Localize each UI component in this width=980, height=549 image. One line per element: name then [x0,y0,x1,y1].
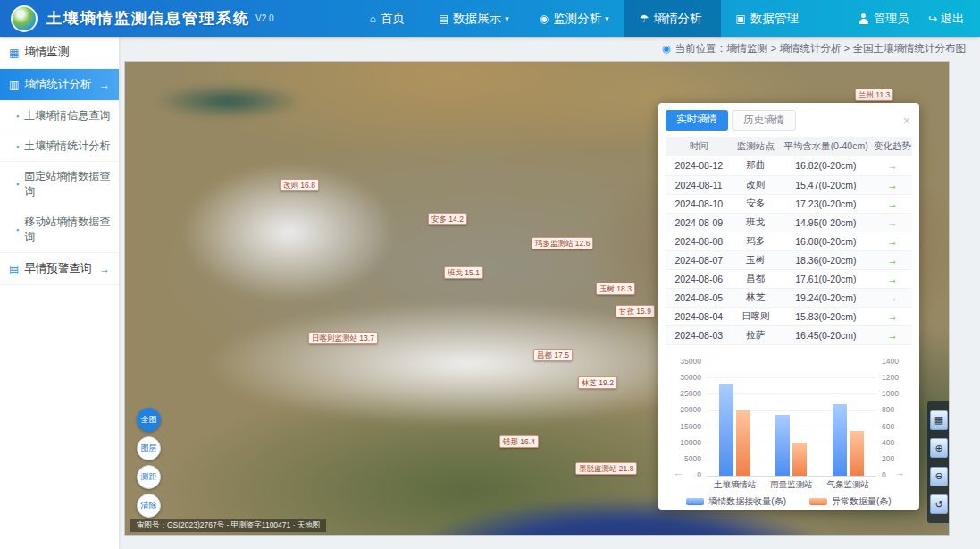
axis-tick-label: 5000 [684,454,701,463]
station-label[interactable]: 错那 16.4 [499,435,539,448]
sidebar-item-active[interactable]: ▥ 墒情统计分析 → [0,69,119,101]
breadcrumb-bar: ◉ 当前位置：墒情监测 > 墒情统计分析 > 全国土壤墒情统计分布图 [119,37,980,61]
chart-container: 35000300002500020000150001000050000 1400… [666,355,912,514]
sidebar-subitem[interactable]: ▪ 固定站墒情数据查询 [0,162,119,207]
table-header-cell: 监测站点 [733,137,779,156]
sidebar-subitem-label: 移动站墒情数据查询 [24,215,113,245]
legend-item[interactable]: 异常数据量(条) [809,495,892,508]
station-label[interactable]: 玛多监测站 12.6 [532,237,593,249]
arrow-right-icon: → [99,79,110,91]
station-label[interactable]: 日喀则监测站 13.7 [308,332,378,344]
trend-arrow-icon: → [873,175,912,194]
station-label[interactable]: 安多 14.2 [428,213,467,225]
station-label[interactable]: 林芝 19.2 [578,376,617,389]
chart-legend: 墒情数据接收量(条)异常数据量(条) [666,495,912,508]
table-row[interactable]: 2024-08-08 玛多 16.08(0-20cm) → [666,232,912,250]
chart-pager-next-icon[interactable]: → [893,466,905,479]
nav-item-icon: ◉ [540,13,549,25]
trend-arrow-icon: → [873,325,912,344]
table-row[interactable]: 2024-08-03 拉萨 16.45(0-20cm) → [666,325,912,344]
bullet-icon: ▪ [16,112,19,121]
map-tool-button[interactable]: ⊕ [930,438,948,458]
station-label[interactable]: 兰州 11.3 [855,89,893,101]
logout-label: 退出 [941,11,964,27]
user-name: 管理员 [874,11,909,27]
nav-item[interactable]: ◉ 监测分析 ▾ [524,0,624,37]
table-row[interactable]: 2024-08-07 玉树 18.36(0-20cm) → [666,250,912,269]
cell-station: 安多 [733,194,779,213]
cell-value: 14.95(0-20cm) [779,213,873,232]
app-version: V2.0 [255,13,274,23]
trend-arrow-icon: → [873,194,912,213]
bar-group [719,384,750,476]
chart-x-labels: 土壤墒情站雨量监测站气象监测站 [707,479,876,491]
bar [792,443,807,476]
chart-groups [707,362,876,476]
cell-date: 2024-08-09 [666,213,733,232]
axis-tick-label: 1200 [882,373,899,382]
station-label[interactable]: 昌都 17.5 [533,349,573,361]
station-label[interactable]: 墨脱监测站 21.8 [575,462,637,475]
breadcrumb: 当前位置：墒情监测 > 墒情统计分析 > 全国土壤墒情统计分布图 [675,42,966,55]
station-label[interactable]: 改则 16.8 [280,179,319,191]
station-label[interactable]: 班戈 15.1 [444,266,483,279]
nav-item[interactable]: ▤ 数据展示 ▾ [423,0,524,37]
station-label[interactable]: 甘孜 15.9 [616,305,655,317]
axis-tick-label: 1400 [882,357,899,366]
sidebar-subitem[interactable]: ▪ 移动站墒情数据查询 [0,207,119,253]
table-row[interactable]: 2024-08-11 改则 15.47(0-20cm) → [666,175,912,194]
map-control-button[interactable]: 测距 [137,465,161,489]
axis-tick-label: 800 [882,405,894,414]
bar [719,384,733,476]
station-label[interactable]: 玉树 18.3 [596,283,635,295]
nav-item[interactable]: ▣ 数据管理 [721,0,817,37]
cell-value: 16.08(0-20cm) [779,232,873,250]
cell-date: 2024-08-03 [666,325,733,344]
table-row[interactable]: 2024-08-09 班戈 14.95(0-20cm) → [666,213,912,232]
data-panel: 实时墒情历史墒情 × 时间 监测站点 平均含水量(0-40cm) 变化趋势 20… [658,103,919,510]
map-tool-button[interactable]: ▦ [930,410,948,430]
close-icon[interactable]: × [901,114,912,128]
table-row[interactable]: 2024-08-10 安多 17.23(0-20cm) → [666,194,912,213]
table-row[interactable]: 2024-08-06 昌都 17.61(0-20cm) → [666,269,912,288]
legend-swatch [686,498,704,505]
app-logo-icon [11,5,38,32]
table-row[interactable]: 2024-08-04 日喀则 15.83(0-20cm) → [666,307,912,325]
sidebar-subitem-label: 土壤墒情信息查询 [24,108,110,123]
map-tool-button[interactable]: ↺ [930,494,948,514]
trend-arrow-icon: → [873,269,912,288]
map-control-button[interactable]: 图层 [137,436,161,460]
sidebar-subitem[interactable]: ▪ 土壤墒情信息查询 [0,101,119,131]
map-control-button[interactable]: 全图 [137,408,161,432]
sidebar-item-warning[interactable]: ▤ 旱情预警查询 → [0,253,119,285]
map-tool-button[interactable]: ⊖ [930,467,948,486]
user-info[interactable]: 管理员 [859,11,909,27]
logout-icon: ↪ [928,13,937,25]
trend-arrow-icon: → [873,288,912,307]
sidebar-item-monitor[interactable]: ▦ 墒情监测 [0,37,119,69]
nav-item-label: 监测分析 [553,11,601,27]
bar-group [775,415,807,476]
trend-arrow-glyph: → [887,273,898,285]
panel-tab[interactable]: 历史墒情 [732,110,796,131]
chart-pager-prev-icon[interactable]: ← [673,466,684,479]
table-row[interactable]: 2024-08-05 林芝 19.24(0-20cm) → [666,288,912,307]
sidebar-subitem[interactable]: ▪ 土壤墒情统计分析 [0,131,119,162]
cell-station: 改则 [733,175,779,194]
axis-tick-label: 0 [697,470,701,479]
grid-icon: ▦ [9,46,19,59]
chevron-down-icon: ▾ [605,14,609,23]
nav-item[interactable]: ⌂ 首页 [355,0,423,37]
trend-arrow-icon: → [873,307,912,325]
bar [775,415,790,476]
axis-tick-label: 10000 [680,438,701,447]
logout-button[interactable]: ↪ 退出 [928,11,964,27]
trend-arrow-glyph: → [887,254,898,266]
legend-item[interactable]: 墒情数据接收量(条) [686,495,786,508]
panel-tab[interactable]: 实时墒情 [666,110,728,131]
trend-arrow-icon: → [873,232,912,250]
table-row[interactable]: 2024-08-12 那曲 16.82(0-20cm) → [666,156,912,175]
nav-item[interactable]: ☂ 墒情分析 [624,0,721,37]
map-control-button[interactable]: 清除 [137,494,161,518]
app-title: 土壤墒情监测信息管理系统 [46,8,250,29]
